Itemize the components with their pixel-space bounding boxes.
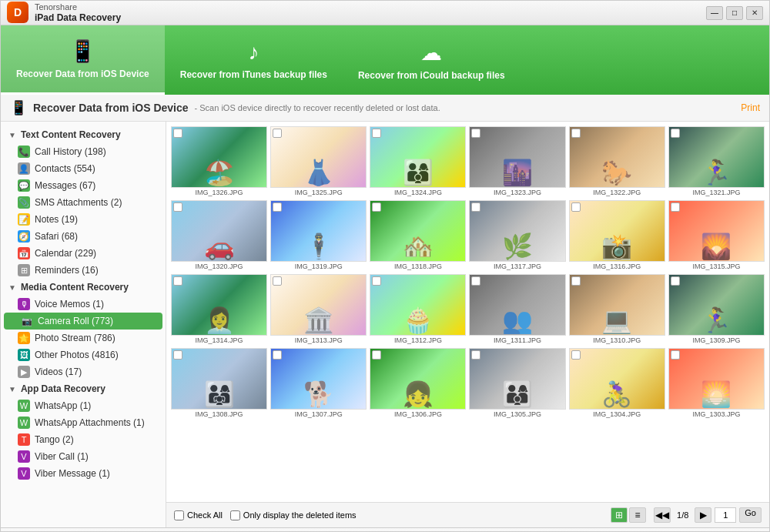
sidebar-item-notes[interactable]: 📝 Notes (19) [1, 211, 166, 228]
print-button[interactable]: Print [741, 102, 760, 113]
photo-cell[interactable]: 👨‍👩‍👦IMG_1305.JPG [469, 348, 565, 419]
list-view-button[interactable]: ≡ [629, 507, 646, 523]
tab-itunes[interactable]: ♪ Recover from iTunes backup files [165, 25, 343, 95]
sidebar-item-photo-stream[interactable]: 🌟 Photo Stream (786) [1, 330, 166, 346]
maximize-button[interactable]: □ [726, 6, 743, 20]
photo-cell[interactable]: 👥IMG_1311.JPG [469, 274, 565, 345]
photo-cell[interactable]: 👨‍👩‍👧IMG_1308.JPG [171, 348, 267, 419]
whatsapp-label: WhatsApp (1) [35, 400, 91, 411]
section-app-data[interactable]: ▼ App Data Recovery [1, 380, 166, 397]
page-first-button[interactable]: ◀◀ [654, 507, 671, 523]
photo-cell[interactable]: 🐕IMG_1307.JPG [270, 348, 367, 419]
photo-cell[interactable]: 🕴️IMG_1319.JPG [270, 200, 367, 271]
sidebar-item-viber-message[interactable]: V Viber Message (1) [1, 465, 166, 482]
photo-cell[interactable]: 🌿IMG_1317.JPG [469, 200, 565, 271]
sidebar-item-reminders[interactable]: ⊞ Reminders (16) [1, 262, 166, 279]
photo-label: IMG_1324.JPG [370, 188, 466, 197]
grid-view-button[interactable]: ⊞ [611, 507, 628, 523]
sidebar-item-other-photos[interactable]: 🖼 Other Photos (4816) [1, 346, 166, 363]
app-logo: D [7, 2, 28, 23]
page-info: 1/8 [677, 510, 688, 520]
header-description: - Scan iOS device directly to recover re… [195, 103, 440, 112]
safari-label: Safari (68) [35, 231, 78, 242]
icloud-icon: ☁ [420, 40, 442, 65]
photo-cell[interactable]: 🌄IMG_1315.JPG [668, 200, 765, 271]
photo-cell[interactable]: 🌆IMG_1323.JPG [469, 126, 565, 197]
photo-cell[interactable]: 🚴‍♀️IMG_1304.JPG [569, 348, 665, 419]
photo-cell[interactable]: 👗IMG_1325.JPG [270, 126, 367, 197]
bottom-toolbar: Check All Only display the deleted items… [166, 502, 769, 527]
content-area: ▼ Text Content Recovery 📞 Call History (… [1, 122, 769, 527]
photo-label: IMG_1311.JPG [469, 336, 565, 345]
page-title: Recover Data from iOS Device [33, 102, 189, 114]
sidebar-item-whatsapp-attach[interactable]: W WhatsApp Attachments (1) [1, 414, 166, 431]
photo-cell[interactable]: 🏃‍♀️IMG_1309.JPG [668, 274, 765, 345]
photo-label: IMG_1307.JPG [270, 410, 367, 419]
page-input[interactable] [715, 507, 736, 523]
view-buttons: ⊞ ≡ [611, 507, 646, 523]
viber-call-icon: V [18, 450, 30, 463]
sidebar-item-call-history[interactable]: 📞 Call History (198) [1, 143, 166, 160]
photo-cell[interactable]: 📸IMG_1316.JPG [569, 200, 665, 271]
sidebar-item-viber-call[interactable]: V Viber Call (1) [1, 448, 166, 465]
section-text-content[interactable]: ▼ Text Content Recovery [1, 126, 166, 143]
photo-cell[interactable]: 🏃‍♀️IMG_1321.JPG [668, 126, 765, 197]
sidebar-item-messages[interactable]: 💬 Messages (67) [1, 177, 166, 194]
viber-message-label: Viber Message (1) [35, 468, 110, 479]
photo-cell[interactable]: 🚗IMG_1320.JPG [171, 200, 267, 271]
photo-label: IMG_1313.JPG [270, 336, 367, 345]
photo-cell[interactable]: 🏛️IMG_1313.JPG [270, 274, 367, 345]
voice-memos-label: Voice Memos (1) [35, 299, 104, 309]
photo-label: IMG_1323.JPG [469, 188, 565, 197]
minimize-button[interactable]: — [706, 6, 723, 20]
sidebar-item-voice-memos[interactable]: 🎙 Voice Memos (1) [1, 296, 166, 313]
deleted-only-checkbox[interactable] [230, 510, 240, 520]
photo-cell[interactable]: 🏘️IMG_1318.JPG [370, 200, 466, 271]
photo-cell[interactable]: 🏖️IMG_1326.JPG [171, 126, 267, 197]
check-all-checkbox[interactable] [174, 510, 184, 520]
tab-itunes-label: Recover from iTunes backup files [180, 69, 327, 80]
sidebar: ▼ Text Content Recovery 📞 Call History (… [1, 122, 166, 527]
photo-cell[interactable]: 👩‍💼IMG_1314.JPG [171, 274, 267, 345]
call-history-icon: 📞 [18, 146, 30, 158]
whatsapp-attach-label: WhatsApp Attachments (1) [35, 417, 145, 428]
photo-cell[interactable]: 🧁IMG_1312.JPG [370, 274, 466, 345]
photo-cell[interactable]: 🌅IMG_1303.JPG [668, 348, 765, 419]
sidebar-item-camera-roll[interactable]: 📷 Camera Roll (773) [4, 313, 162, 330]
go-button[interactable]: Go [739, 507, 762, 523]
photo-cell[interactable]: 👧IMG_1306.JPG [370, 348, 466, 419]
whatsapp-attach-icon: W [18, 417, 30, 429]
photo-label: IMG_1321.JPG [668, 188, 765, 197]
tab-ios-device[interactable]: 📱 Recover Data from iOS Device [1, 25, 165, 95]
photo-label: IMG_1308.JPG [171, 410, 267, 419]
sidebar-item-sms-attachments[interactable]: 📎 SMS Attachments (2) [1, 194, 166, 211]
sidebar-item-tango[interactable]: T Tango (2) [1, 431, 166, 448]
tab-ios-label: Recover Data from iOS Device [16, 69, 149, 79]
tab-icloud[interactable]: ☁ Recover from iCould backup files [343, 25, 521, 95]
camera-roll-label: Camera Roll (773) [38, 316, 113, 326]
photo-cell[interactable]: 👨‍👩‍👦IMG_1324.JPG [370, 126, 466, 197]
section-media-content[interactable]: ▼ Media Content Recovery [1, 279, 166, 296]
title-bar-controls: — □ ✕ [706, 6, 763, 20]
title-bar: D Tenorshare iPad Data Recovery — □ ✕ [1, 1, 769, 25]
close-button[interactable]: ✕ [746, 6, 763, 20]
photo-label: IMG_1326.JPG [171, 188, 267, 197]
sidebar-item-videos[interactable]: ▶ Videos (17) [1, 363, 166, 380]
app-name: iPad Data Recovery [35, 12, 121, 25]
photo-stream-label: Photo Stream (786) [35, 333, 116, 343]
photo-label: IMG_1305.JPG [469, 410, 565, 419]
page-next-button[interactable]: ▶ [695, 507, 711, 523]
header-bar: 📱 Recover Data from iOS Device - Scan iO… [1, 95, 769, 122]
reminders-label: Reminders (16) [35, 265, 99, 276]
check-all-area: Check All [174, 510, 223, 520]
photo-cell[interactable]: 🐎IMG_1322.JPG [569, 126, 665, 197]
sidebar-item-whatsapp[interactable]: W WhatsApp (1) [1, 397, 166, 414]
sidebar-item-safari[interactable]: 🧭 Safari (68) [1, 228, 166, 245]
sidebar-item-contacts[interactable]: 👤 Contacts (554) [1, 160, 166, 177]
sidebar-item-calendar[interactable]: 📅 Calendar (229) [1, 245, 166, 262]
safari-icon: 🧭 [18, 230, 30, 243]
photo-label: IMG_1303.JPG [668, 410, 765, 419]
section-app-arrow: ▼ [8, 385, 16, 393]
itunes-icon: ♪ [248, 40, 259, 65]
photo-cell[interactable]: 💻IMG_1310.JPG [569, 274, 665, 345]
